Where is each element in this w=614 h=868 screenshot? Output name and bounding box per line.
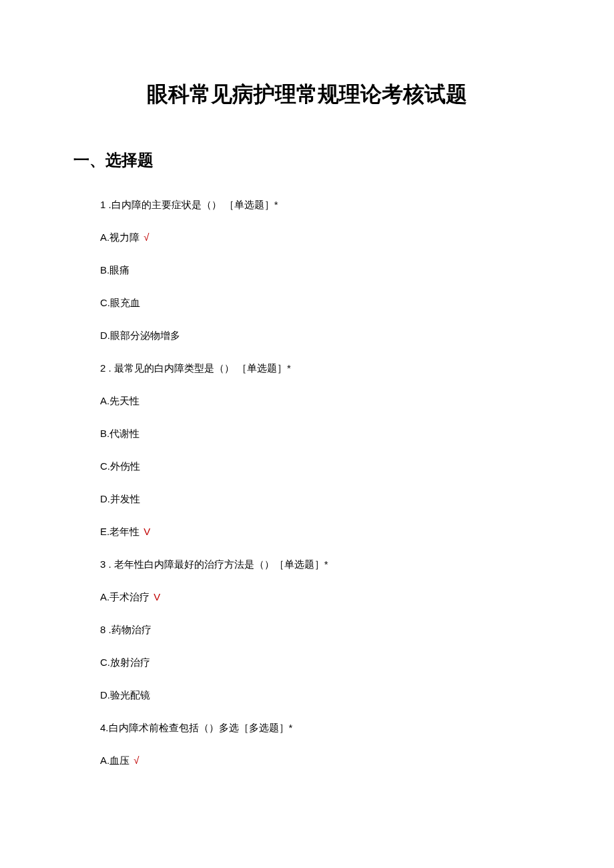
check-mark-icon: V [141,526,150,537]
option-item: 8 .药物治疗 [100,622,541,636]
option-label: D.并发性 [100,493,140,504]
option-item: B.眼痛 [100,263,541,277]
question-text-content: .白内障的主要症状是（） ［单选题］* [105,199,278,210]
option-item: A.视力障 √ [100,230,541,244]
page-title: 眼科常见病护理常规理论考核试题 [73,80,541,109]
check-mark-icon: √ [141,232,149,243]
option-label: A.先天性 [100,395,139,406]
option-label: D.验光配镜 [100,689,150,701]
question-text-content: .白内障术前检查包括（）多选［多选题］* [105,722,292,733]
option-label: C.放射治疗 [100,657,150,668]
question-stem: 2 . 最常见的白内障类型是（） ［单选题］* [100,361,541,375]
option-label: C.外伤性 [100,460,140,472]
option-item: C.放射治疗 [100,655,541,669]
option-label: A.视力障 [100,232,139,243]
option-label: E.老年性 [100,526,139,537]
option-item: C.外伤性 [100,459,541,473]
option-item: E.老年性 V [100,524,541,538]
option-item: A.先天性 [100,394,541,408]
question-stem: 1 .白内障的主要症状是（） ［单选题］* [100,197,541,211]
option-label: B.代谢性 [100,428,139,439]
option-label: 8 .药物治疗 [100,624,151,635]
option-label: A.手术治疗 [100,591,149,602]
section-heading: 一、选择题 [73,149,541,171]
option-item: C.眼充血 [100,296,541,310]
option-label: A.血压 [100,755,129,766]
option-item: D.眼部分泌物增多 [100,328,541,342]
option-item: A.手术治疗 V [100,590,541,604]
option-item: D.验光配镜 [100,688,541,702]
question-stem: 4.白内障术前检查包括（）多选［多选题］* [100,721,541,735]
question-block: 1 .白内障的主要症状是（） ［单选题］* A.视力障 √ B.眼痛 C.眼充血… [73,197,541,767]
question-text-content: . 最常见的白内障类型是（） ［单选题］* [105,362,291,374]
question-stem: 3 . 老年性白内障最好的治疗方法是（）［单选题］* [100,557,541,571]
option-label: B.眼痛 [100,264,129,276]
option-label: D.眼部分泌物增多 [100,330,180,341]
check-mark-icon: V [151,591,160,602]
option-label: C.眼充血 [100,297,140,308]
check-mark-icon: √ [131,755,139,766]
option-item: B.代谢性 [100,426,541,440]
question-text-content: . 老年性白内障最好的治疗方法是（）［单选题］* [105,558,328,570]
option-item: D.并发性 [100,492,541,506]
option-item: A.血压 √ [100,753,541,767]
